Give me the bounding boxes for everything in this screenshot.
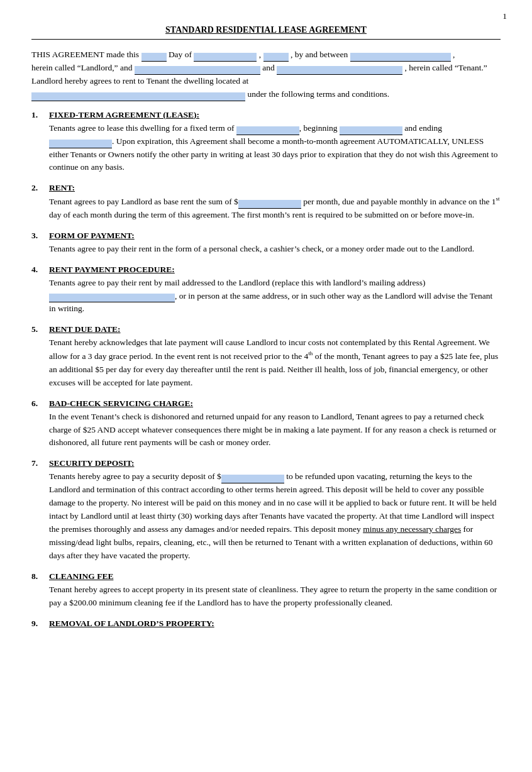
section-9: 9. REMOVAL OF LANDLORD’S PROPERTY: — [31, 619, 501, 629]
section-8: 8. CLEANING FEE Tenant hereby agrees to … — [31, 571, 501, 610]
section-2: 2. RENT: Tenant agrees to pay Landlord a… — [31, 183, 501, 221]
document-title: STANDARD RESIDENTIAL LEASE AGREEMENT — [31, 25, 501, 35]
sections-container: 1. FIXED-TERM AGREEMENT (LEASE): Tenants… — [31, 110, 501, 629]
section-6: 6. BAD-CHECK SERVICING CHARGE: In the ev… — [31, 399, 501, 450]
section-7-title: SECURITY DEPOSIT: — [49, 458, 134, 468]
section-8-num: 8. — [31, 571, 49, 582]
intro-text-1: THIS AGREEMENT made this — [31, 50, 139, 59]
month-field[interactable] — [194, 53, 257, 62]
section-8-header: 8. CLEANING FEE — [31, 571, 501, 582]
section-3-body: Tenants agree to pay their rent in the f… — [49, 243, 501, 256]
section-2-num: 2. — [31, 183, 49, 193]
tenant1-field[interactable] — [135, 66, 260, 75]
start-date-field[interactable] — [340, 126, 402, 135]
under-text: under the following terms and conditions… — [247, 89, 389, 99]
day-number-field[interactable] — [141, 53, 167, 62]
security-deposit-field[interactable] — [221, 475, 284, 483]
section-9-num: 9. — [31, 619, 49, 629]
section-6-header: 6. BAD-CHECK SERVICING CHARGE: — [31, 399, 501, 409]
section-8-title: CLEANING FEE — [49, 571, 113, 582]
section-7-header: 7. SECURITY DEPOSIT: — [31, 458, 501, 468]
section-4-num: 4. — [31, 265, 49, 275]
section-9-title: REMOVAL OF LANDLORD’S PROPERTY: — [49, 619, 214, 629]
section-6-title: BAD-CHECK SERVICING CHARGE: — [49, 399, 193, 409]
title-divider — [31, 39, 501, 40]
tenant2-field[interactable] — [277, 66, 402, 75]
section-3-title: FORM OF PAYMENT: — [49, 231, 135, 241]
deposit-underline-text: minus any necessary charges — [363, 524, 461, 534]
section-5-body: Tenant hereby acknowledges that late pay… — [49, 336, 501, 389]
section-5-header: 5. RENT DUE DATE: — [31, 324, 501, 334]
section-1-body: Tenants agree to lease this dwelling for… — [49, 122, 501, 175]
section-1: 1. FIXED-TERM AGREEMENT (LEASE): Tenants… — [31, 110, 501, 175]
section-9-header: 9. REMOVAL OF LANDLORD’S PROPERTY: — [31, 619, 501, 629]
period-text: , — [453, 50, 455, 59]
section-4-header: 4. RENT PAYMENT PROCEDURE: — [31, 265, 501, 275]
section-6-num: 6. — [31, 399, 49, 409]
lease-term-field[interactable] — [236, 126, 299, 135]
section-7: 7. SECURITY DEPOSIT: Tenants hereby agre… — [31, 458, 501, 562]
by-between-text: , by and between — [291, 50, 350, 59]
section-3-num: 3. — [31, 231, 49, 241]
section-8-body: Tenant hereby agrees to accept property … — [49, 583, 501, 610]
intro-block: THIS AGREEMENT made this Day of , , by a… — [31, 48, 501, 101]
section-5-title: RENT DUE DATE: — [49, 324, 121, 334]
section-7-num: 7. — [31, 458, 49, 468]
section-3: 3. FORM OF PAYMENT: Tenants agree to pay… — [31, 231, 501, 256]
section-4-title: RENT PAYMENT PROCEDURE: — [49, 265, 175, 275]
section-1-header: 1. FIXED-TERM AGREEMENT (LEASE): — [31, 110, 501, 120]
page-number: 1 — [502, 11, 507, 21]
section-2-title: RENT: — [49, 183, 75, 193]
section-4: 4. RENT PAYMENT PROCEDURE: Tenants agree… — [31, 265, 501, 316]
day-of-text: Day of — [169, 50, 194, 59]
comma-text: , — [259, 50, 263, 59]
year-field[interactable] — [263, 53, 289, 62]
mailing-address-field[interactable] — [49, 294, 175, 302]
section-7-body: Tenants hereby agree to pay a security d… — [49, 470, 501, 562]
section-1-num: 1. — [31, 110, 49, 120]
landlord-name-field[interactable] — [350, 53, 451, 62]
and-text: and — [262, 63, 277, 72]
section-5-num: 5. — [31, 324, 49, 334]
herein-landlord-text: herein called “Landlord,” and — [31, 63, 132, 72]
section-6-body: In the event Tenant’s check is dishonore… — [49, 411, 501, 450]
section-5: 5. RENT DUE DATE: Tenant hereby acknowle… — [31, 324, 501, 389]
end-date-field[interactable] — [49, 140, 112, 148]
section-4-body: Tenants agree to pay their rent by mail … — [49, 277, 501, 316]
section-1-title: FIXED-TERM AGREEMENT (LEASE): — [49, 110, 199, 120]
section-2-header: 2. RENT: — [31, 183, 501, 193]
address-field[interactable] — [31, 92, 245, 101]
rent-amount-field[interactable] — [238, 200, 301, 209]
section-2-body: Tenant agrees to pay Landlord as base re… — [49, 195, 501, 221]
section-3-header: 3. FORM OF PAYMENT: — [31, 231, 501, 241]
